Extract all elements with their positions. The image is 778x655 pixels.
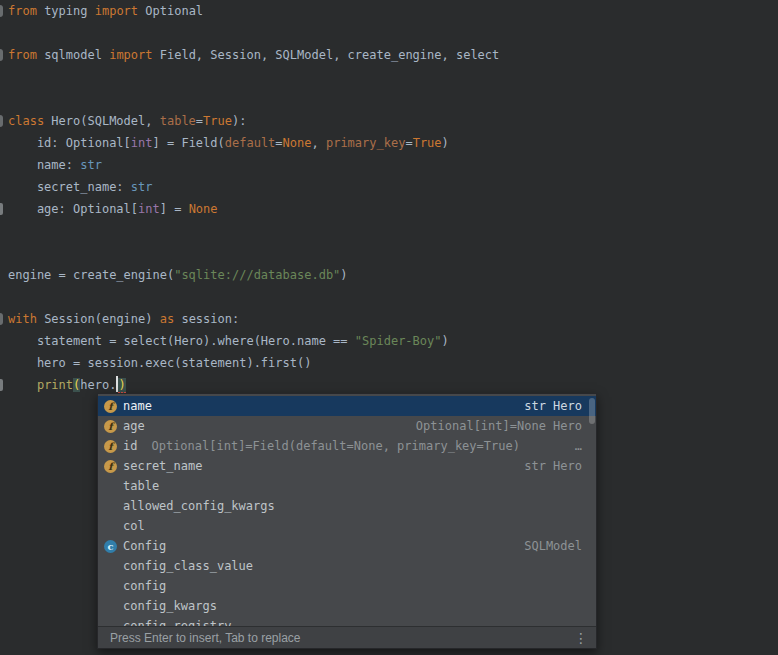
- gutter-icon-fragment: [0, 203, 3, 215]
- code-token: [8, 378, 37, 392]
- icon-placeholder: [104, 580, 117, 593]
- code-token: ): [340, 268, 347, 282]
- code-token: default: [225, 136, 276, 150]
- code-token: True: [413, 136, 442, 150]
- code-token: as: [160, 312, 174, 326]
- code-line[interactable]: from sqlmodel import Field, Session, SQL…: [0, 44, 778, 66]
- code-line[interactable]: [0, 22, 778, 44]
- field-icon: f: [104, 440, 117, 453]
- field-icon: f: [104, 460, 117, 473]
- completion-label: config_class_value: [123, 556, 253, 576]
- completion-item-secret_name[interactable]: fsecret_namestr Hero: [98, 456, 596, 476]
- code-token: id: Optional[: [8, 136, 131, 150]
- gutter-icon-fragment: [0, 49, 3, 61]
- completion-item-config[interactable]: config: [98, 576, 596, 596]
- code-line[interactable]: hero = session.exec(statement).first(): [0, 352, 778, 374]
- code-line[interactable]: name: str: [0, 154, 778, 176]
- code-token: int: [131, 136, 153, 150]
- completion-label: config: [123, 576, 166, 596]
- gutter-icon-fragment: [0, 115, 3, 127]
- completion-list: fnamestr HerofageOptional[int]=None Hero…: [98, 394, 596, 626]
- code-line[interactable]: secret_name: str: [0, 176, 778, 198]
- code-token: import: [109, 48, 152, 62]
- code-token: Session(engine): [37, 312, 160, 326]
- code-line[interactable]: with Session(engine) as session:: [0, 308, 778, 330]
- code-token: hero.: [80, 378, 116, 392]
- completion-type: str Hero: [514, 456, 582, 476]
- code-token: with: [8, 312, 37, 326]
- code-line[interactable]: [0, 242, 778, 264]
- gutter-icon-fragment: [0, 5, 3, 17]
- completion-item-allowed_config_kwargs[interactable]: allowed_config_kwargs: [98, 496, 596, 516]
- icon-placeholder: [104, 500, 117, 513]
- code-line[interactable]: [0, 220, 778, 242]
- code-token: =: [196, 114, 203, 128]
- completion-label: allowed_config_kwargs: [123, 496, 275, 516]
- completion-label: col: [123, 516, 145, 536]
- completion-label: name: [123, 396, 152, 416]
- code-token: age: Optional[: [8, 202, 138, 216]
- completion-label: config_kwargs: [123, 596, 217, 616]
- code-line[interactable]: age: Optional[int] = None: [0, 198, 778, 220]
- code-line[interactable]: id: Optional[int] = Field(default=None, …: [0, 132, 778, 154]
- completion-signature: Optional[int]=Field(default=None, primar…: [151, 436, 519, 456]
- completion-item-config_registry[interactable]: config_registry: [98, 616, 596, 626]
- code-token: ,: [311, 136, 325, 150]
- completion-type: …: [565, 436, 582, 456]
- icon-placeholder: [104, 480, 117, 493]
- completion-item-col[interactable]: col: [98, 516, 596, 536]
- completion-label: age: [123, 416, 145, 436]
- code-token: int: [138, 202, 160, 216]
- popup-scrollbar-thumb[interactable]: [589, 398, 595, 424]
- code-token: ] = Field(: [153, 136, 225, 150]
- completion-footer: Press Enter to insert, Tab to replace ⋮: [98, 626, 596, 648]
- code-line[interactable]: class Hero(SQLModel, table=True):: [0, 110, 778, 132]
- code-token: sqlmodel: [37, 48, 109, 62]
- completion-item-config_class_value[interactable]: config_class_value: [98, 556, 596, 576]
- completion-item-id[interactable]: fidOptional[int]=Field(default=None, pri…: [98, 436, 596, 456]
- completion-item-table[interactable]: table: [98, 476, 596, 496]
- code-token: from: [8, 48, 37, 62]
- completion-type: Optional[int]=None Hero: [406, 416, 582, 436]
- completion-label: id: [123, 436, 137, 456]
- code-token: table: [160, 114, 196, 128]
- code-line[interactable]: [0, 66, 778, 88]
- code-line[interactable]: engine = create_engine("sqlite:///databa…: [0, 264, 778, 286]
- code-token: Hero(SQLModel,: [44, 114, 160, 128]
- code-line[interactable]: [0, 286, 778, 308]
- code-token: Field, Session, SQLModel, create_engine,…: [153, 48, 500, 62]
- code-token: import: [95, 4, 138, 18]
- code-token: str: [80, 158, 102, 172]
- code-line[interactable]: from typing import Optional: [0, 0, 778, 22]
- completion-item-name[interactable]: fnamestr Hero: [98, 396, 596, 416]
- code-token: class: [8, 114, 44, 128]
- code-token: ): [442, 136, 449, 150]
- icon-placeholder: [104, 520, 117, 533]
- more-options-icon[interactable]: ⋮: [574, 631, 588, 645]
- class-icon: c: [104, 540, 117, 553]
- code-token: ] =: [160, 202, 189, 216]
- completion-type: SQLModel: [514, 536, 582, 556]
- completion-label: table: [123, 476, 159, 496]
- code-token: hero = session.exec(statement).first(): [8, 356, 311, 370]
- completion-item-age[interactable]: fageOptional[int]=None Hero: [98, 416, 596, 436]
- code-line[interactable]: [0, 88, 778, 110]
- field-icon: f: [104, 400, 117, 413]
- code-token: engine = create_engine(: [8, 268, 174, 282]
- code-token: secret_name:: [8, 180, 131, 194]
- code-editor[interactable]: from typing import Optionalfrom sqlmodel…: [0, 0, 778, 396]
- code-line[interactable]: statement = select(Hero).where(Hero.name…: [0, 330, 778, 352]
- code-token: str: [131, 180, 153, 194]
- code-token: None: [189, 202, 218, 216]
- code-token: from: [8, 4, 37, 18]
- code-token: primary_key: [326, 136, 405, 150]
- completion-item-Config[interactable]: cConfigSQLModel: [98, 536, 596, 556]
- completion-label: secret_name: [123, 456, 202, 476]
- completion-type: str Hero: [514, 396, 582, 416]
- code-token: "Spider-Boy": [355, 334, 442, 348]
- field-icon: f: [104, 420, 117, 433]
- code-token: =: [405, 136, 412, 150]
- ide-window: from typing import Optionalfrom sqlmodel…: [0, 0, 778, 655]
- code-token: True: [203, 114, 232, 128]
- completion-item-config_kwargs[interactable]: config_kwargs: [98, 596, 596, 616]
